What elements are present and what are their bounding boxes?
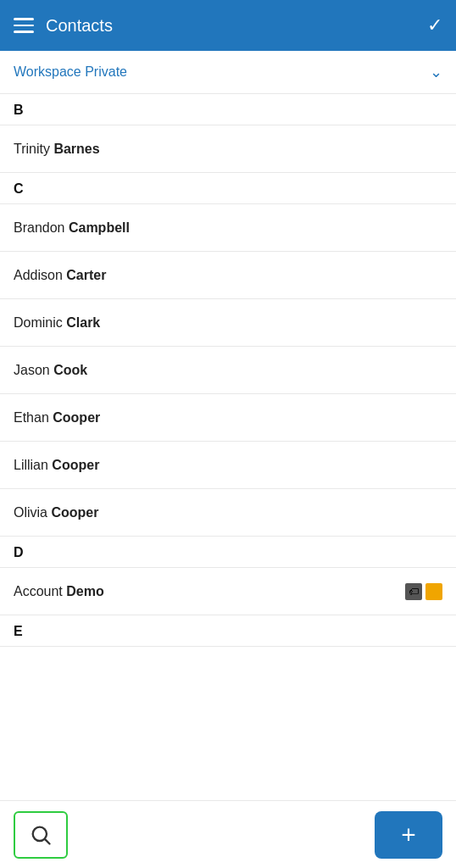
contact-name: Account Demo xyxy=(14,584,104,599)
note-badge xyxy=(425,583,442,600)
tag-badge: 🏷 xyxy=(405,583,422,600)
contact-name: Brandon Campbell xyxy=(14,220,130,236)
chevron-down-icon: ⌄ xyxy=(430,63,442,81)
app-header: Contacts ✓ xyxy=(0,0,456,51)
svg-line-1 xyxy=(45,839,49,843)
contact-name: Dominic Clark xyxy=(14,315,100,331)
contact-name: Lillian Cooper xyxy=(14,458,99,473)
contact-item[interactable]: Lillian Cooper xyxy=(0,442,456,489)
contact-item[interactable]: Brandon Campbell xyxy=(0,204,456,252)
contact-item[interactable]: Addison Carter xyxy=(0,252,456,299)
contact-item[interactable]: Jason Cook xyxy=(0,347,456,394)
confirm-icon[interactable]: ✓ xyxy=(427,14,442,36)
svg-point-0 xyxy=(33,826,47,840)
contact-name: Jason Cook xyxy=(14,363,87,378)
contact-name: Olivia Cooper xyxy=(14,505,98,520)
header-left: Contacts xyxy=(14,16,113,36)
contact-item[interactable]: Trinity Barnes xyxy=(0,125,456,173)
contact-badges: 🏷 xyxy=(405,583,442,600)
section-header-e: E xyxy=(0,615,456,647)
workspace-selector[interactable]: Workspace Private ⌄ xyxy=(0,51,456,94)
contact-item[interactable]: Dominic Clark xyxy=(0,299,456,347)
section-header-c: C xyxy=(0,173,456,204)
workspace-label: Workspace Private xyxy=(14,64,127,80)
contact-name: Trinity Barnes xyxy=(14,142,100,157)
page-title: Contacts xyxy=(46,16,113,36)
contact-item[interactable]: Account Demo🏷 xyxy=(0,568,456,615)
menu-icon[interactable] xyxy=(14,18,34,33)
section-header-d: D xyxy=(0,537,456,568)
contacts-list: BTrinity BarnesCBrandon CampbellAddison … xyxy=(0,94,456,715)
contact-name: Ethan Cooper xyxy=(14,410,100,426)
add-contact-button[interactable]: + xyxy=(375,811,442,859)
contact-name: Addison Carter xyxy=(14,268,106,283)
bottom-toolbar: + xyxy=(0,800,456,868)
contact-item[interactable]: Olivia Cooper xyxy=(0,489,456,537)
contact-item[interactable]: Ethan Cooper xyxy=(0,394,456,442)
search-button[interactable] xyxy=(14,811,68,859)
search-icon xyxy=(29,823,53,847)
section-header-b: B xyxy=(0,94,456,125)
plus-icon: + xyxy=(401,822,416,848)
